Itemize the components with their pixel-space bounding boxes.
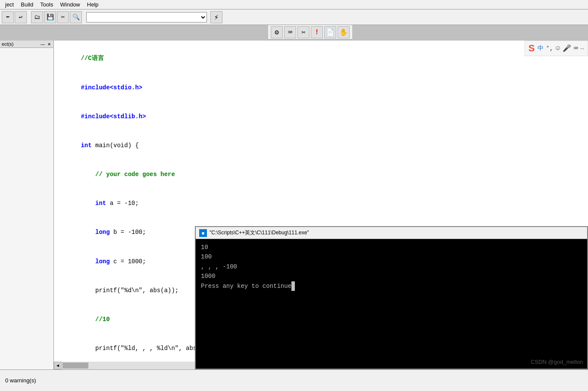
sogou-logo: S xyxy=(529,43,535,54)
sogou-chinese-icon[interactable]: 中 xyxy=(538,44,544,52)
toolbar-back-btn[interactable]: ⬅ xyxy=(2,11,14,23)
status-bar: 0 warning(s) xyxy=(0,369,588,391)
sogou-more[interactable]: ⋯ xyxy=(581,45,584,52)
terminal-titlebar: ■ "C:\Scripts\C++英文\C\111\Debug\111.exe" xyxy=(196,227,587,239)
toolbar-find-btn[interactable]: 🔍 xyxy=(70,11,82,23)
toolbar-undo-btn[interactable]: ↩ xyxy=(15,11,27,23)
debug-keyboard-btn[interactable]: ⌨ xyxy=(284,26,296,38)
debug-layers-btn[interactable]: ⚙ xyxy=(271,26,283,38)
sogou-keyboard-icon[interactable]: ⌨ xyxy=(574,44,578,53)
sidebar-close-btn[interactable]: ✕ xyxy=(47,42,52,47)
terminal-line-5: Press any key to continue xyxy=(201,281,582,291)
debug-hand-btn[interactable]: ✋ xyxy=(338,26,350,38)
code-line-5: // your code goes here xyxy=(59,160,583,189)
terminal-line-2: 100 xyxy=(201,252,582,262)
hscroll-thumb[interactable] xyxy=(63,363,88,369)
sogou-ime-bar: S 中 °, ☺ 🎤 ⌨ ⋯ xyxy=(525,41,588,56)
sogou-punct-icon[interactable]: °, xyxy=(546,45,554,52)
main-toolbar: ⬅ ↩ 🗂 💾 ✂ 🔍 ⚡ xyxy=(0,9,588,25)
menu-build[interactable]: Build xyxy=(17,0,37,9)
sidebar-content xyxy=(0,48,53,51)
terminal-window: ■ "C:\Scripts\C++英文\C\111\Debug\111.exe"… xyxy=(195,226,588,369)
menu-help[interactable]: Help xyxy=(84,0,102,9)
terminal-body: 10 100 , , , -100 1000 Press any key to … xyxy=(196,239,587,294)
code-line-6: int a = -10; xyxy=(59,189,583,218)
terminal-title: "C:\Scripts\C++英文\C\111\Debug\111.exe" xyxy=(210,229,309,236)
hscroll-left-btn[interactable]: ◀ xyxy=(54,362,62,369)
terminal-icon: ■ xyxy=(199,229,207,237)
menu-bar: ject Build Tools Window Help xyxy=(0,0,588,9)
terminal-line-4: 1000 xyxy=(201,271,582,281)
terminal-line-3: , , , -100 xyxy=(201,262,582,271)
code-line-2: #include<stdio.h> xyxy=(59,73,583,102)
toolbar-cut-btn[interactable]: ✂ xyxy=(57,11,69,23)
code-line-3: #include<stdlib.h> xyxy=(59,102,583,131)
debug-toolbar: ⚙ ⌨ ✂ ! 📄 ✋ xyxy=(268,25,352,40)
sidebar-title: ect(s) xyxy=(2,41,14,47)
toolbar-open-btn[interactable]: 🗂 xyxy=(31,11,43,23)
debug-doc-btn[interactable]: 📄 xyxy=(324,26,336,38)
debug-scissors-btn[interactable]: ✂ xyxy=(297,26,310,38)
menu-tools[interactable]: Tools xyxy=(37,0,56,9)
debug-exclaim-btn[interactable]: ! xyxy=(311,26,323,38)
sogou-mic-icon[interactable]: 🎤 xyxy=(563,44,571,53)
sogou-face-icon[interactable]: ☺ xyxy=(556,44,560,52)
toolbar-run-btn[interactable]: ⚡ xyxy=(210,11,222,23)
toolbar-save-btn[interactable]: 💾 xyxy=(44,11,56,23)
terminal-line-1: 10 xyxy=(201,243,582,252)
status-text: 0 warning(s) xyxy=(5,377,36,384)
sidebar-header: ect(s) — ✕ xyxy=(0,41,53,48)
menu-window[interactable]: Window xyxy=(57,0,84,9)
sidebar-minimize-btn[interactable]: — xyxy=(40,42,46,47)
toolbar-combo[interactable] xyxy=(86,12,207,22)
sidebar: ect(s) — ✕ xyxy=(0,41,54,369)
code-line-4: int main(void) { xyxy=(59,131,583,160)
terminal-cursor xyxy=(291,281,295,291)
code-line-1: //C语言 xyxy=(59,44,583,73)
csdn-watermark: CSDN @god_mellon xyxy=(531,359,583,365)
menu-ject[interactable]: ject xyxy=(2,0,17,9)
